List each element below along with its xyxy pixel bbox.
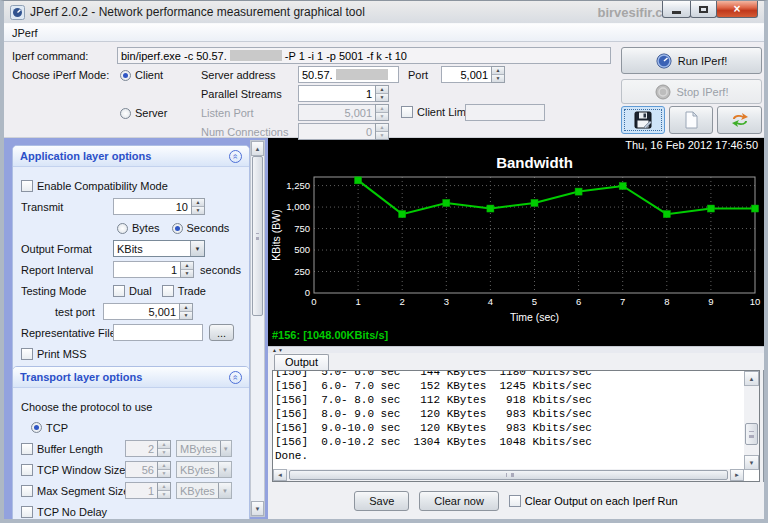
split-divider[interactable]: ▲ ▼ <box>268 346 764 353</box>
spinner-arrows[interactable]: ▲▼ <box>191 198 205 215</box>
svg-text:10: 10 <box>750 296 761 307</box>
rep-file-label: Representative File <box>21 327 113 339</box>
checkbox-icon <box>113 285 125 297</box>
run-iperf-button[interactable]: Run IPerf! <box>621 47 762 74</box>
refresh-icon <box>730 111 750 129</box>
report-interval-unit: seconds <box>200 264 241 276</box>
trade-checkbox[interactable]: Trade <box>162 285 206 297</box>
close-button[interactable]: × <box>716 1 758 18</box>
application-layer-panel: Application layer options » Enable Compa… <box>12 145 250 373</box>
tcp-window-spinner: 56 ▲▼ <box>125 461 171 478</box>
clear-now-button[interactable]: Clear now <box>419 491 499 511</box>
test-port-label: test port <box>55 306 103 318</box>
spin-up-icon: ▲ <box>158 462 170 469</box>
num-connections-spinner: 0 ▲▼ <box>298 123 389 140</box>
spinner-arrows[interactable]: ▲▼ <box>491 66 505 83</box>
window-title: JPerf 2.0.2 - Network performance measur… <box>30 5 365 19</box>
spinner-arrows: ▲▼ <box>375 123 389 140</box>
buffer-length-checkbox[interactable]: Buffer Length <box>21 443 125 455</box>
spin-down-icon: ▼ <box>192 206 204 214</box>
refresh-button[interactable] <box>717 106 762 134</box>
maximize-button[interactable] <box>690 1 717 18</box>
test-port-spinner[interactable]: 5,001 ▲▼ <box>103 303 193 320</box>
client-limit-checkbox[interactable]: Client Limit <box>401 106 471 118</box>
tcp-window-checkbox[interactable]: TCP Window Size <box>21 464 125 476</box>
combo-arrow-icon: ▼ <box>190 241 204 256</box>
title-bar[interactable]: JPerf 2.0.2 - Network performance measur… <box>4 1 764 23</box>
protocol-label: Choose the protocol to use <box>21 401 152 413</box>
checkbox-icon <box>21 485 33 497</box>
control-panel: Iperf command: bin/iperf.exe -c 50.57.-P… <box>4 42 764 138</box>
checkbox-icon <box>21 443 33 455</box>
spinner-arrows[interactable]: ▲▼ <box>375 85 389 102</box>
minimize-button[interactable] <box>662 1 691 18</box>
tab-output[interactable]: Output <box>274 354 329 370</box>
output-format-combo[interactable]: KBits ▼ <box>113 240 205 257</box>
split-up-icon[interactable]: ▲ <box>272 348 277 353</box>
scroll-up-icon[interactable]: ▲ <box>251 141 264 156</box>
combo-arrow-icon: ▼ <box>218 483 231 498</box>
load-output-button[interactable] <box>669 106 713 134</box>
menu-jperf[interactable]: JPerf <box>4 27 46 39</box>
browse-button[interactable]: ... <box>209 324 234 341</box>
dual-checkbox[interactable]: Dual <box>113 285 152 297</box>
client-radio[interactable]: Client <box>120 69 163 81</box>
svg-text:4: 4 <box>488 296 493 307</box>
parallel-streams-spinner[interactable]: 1 ▲▼ <box>298 85 389 102</box>
spin-up-icon: ▲ <box>376 105 388 112</box>
output-hscrollbar[interactable]: ◄ ► <box>273 469 744 481</box>
scrollbar-thumb[interactable] <box>745 423 758 445</box>
tcp-radio[interactable]: TCP <box>21 419 241 436</box>
scroll-right-icon[interactable]: ► <box>730 469 744 481</box>
port-label: Port <box>408 69 428 81</box>
port-spinner[interactable]: 5,001 ▲▼ <box>441 66 505 83</box>
spin-up-icon: ▲ <box>158 483 170 490</box>
collapse-icon[interactable]: » <box>229 371 242 384</box>
parallel-streams-label: Parallel Streams <box>201 88 282 100</box>
split-down-icon[interactable]: ▼ <box>278 348 283 353</box>
buffer-length-unit-combo: MBytes ▼ <box>176 440 232 457</box>
spinner-arrows[interactable]: ▲▼ <box>179 303 193 320</box>
save-config-button[interactable] <box>621 106 665 134</box>
spin-up-icon: ▲ <box>158 441 170 448</box>
report-interval-spinner[interactable]: 1 ▲▼ <box>113 261 194 278</box>
bytes-radio-icon <box>117 223 128 234</box>
scrollbar-thumb[interactable] <box>289 470 728 480</box>
print-mss-row[interactable]: Print MSS <box>21 345 241 362</box>
scroll-left-icon[interactable]: ◄ <box>273 469 287 481</box>
options-sidebar: Application layer options » Enable Compa… <box>4 138 268 519</box>
clear-output-checkbox[interactable]: Clear Output on each Iperf Run <box>509 495 678 507</box>
spinner-arrows[interactable]: ▲▼ <box>180 261 194 278</box>
checkbox-icon <box>21 348 33 360</box>
tcp-radio-icon <box>31 422 42 433</box>
server-radio[interactable]: Server <box>120 107 167 119</box>
buffer-length-spinner: 2 ▲▼ <box>125 440 171 457</box>
save-output-button[interactable]: Save <box>354 491 409 511</box>
tcp-nodelay-row[interactable]: TCP No Delay <box>21 503 241 519</box>
max-segment-checkbox[interactable]: Max Segment Size <box>21 485 125 497</box>
scrollbar-thumb[interactable] <box>252 156 263 316</box>
scroll-down-icon[interactable]: ▼ <box>744 455 759 470</box>
collapse-icon[interactable]: » <box>229 150 242 163</box>
server-address-field[interactable]: 50.57. <box>298 66 399 83</box>
seconds-radio[interactable]: Seconds <box>172 222 230 234</box>
scroll-up-icon[interactable]: ▲ <box>744 371 759 386</box>
maximize-icon <box>699 6 708 13</box>
bytes-radio[interactable]: Bytes <box>117 222 160 234</box>
sidebar-scrollbar[interactable]: ▲ ▼ <box>250 140 265 517</box>
scroll-down-icon[interactable]: ▼ <box>251 501 264 516</box>
spin-down-icon: ▼ <box>158 490 170 498</box>
combo-arrow-icon: ▼ <box>220 441 231 456</box>
transmit-spinner[interactable]: 10 ▲▼ <box>113 198 205 215</box>
output-console[interactable]: [156] 5.0- 6.0 sec 144 KBytes 1180 Kbits… <box>272 370 760 482</box>
bandwidth-plot: Bandwidth02505007501,0001,25001234567891… <box>268 151 762 329</box>
spin-up-icon: ▲ <box>376 86 388 93</box>
compat-mode-row[interactable]: Enable Compatibility Mode <box>21 177 241 194</box>
spinner-arrows: ▲▼ <box>157 461 171 478</box>
output-lines: [156] 5.0- 6.0 sec 144 KBytes 1180 Kbits… <box>275 371 743 463</box>
listen-port-label: Listen Port <box>201 107 254 119</box>
output-vscrollbar[interactable]: ▲ ▼ <box>744 371 759 470</box>
iperf-command-field[interactable]: bin/iperf.exe -c 50.57.-P 1 -i 1 -p 5001… <box>117 47 611 64</box>
rep-file-field[interactable] <box>113 324 203 341</box>
iperf-command-label: Iperf command: <box>12 50 88 62</box>
